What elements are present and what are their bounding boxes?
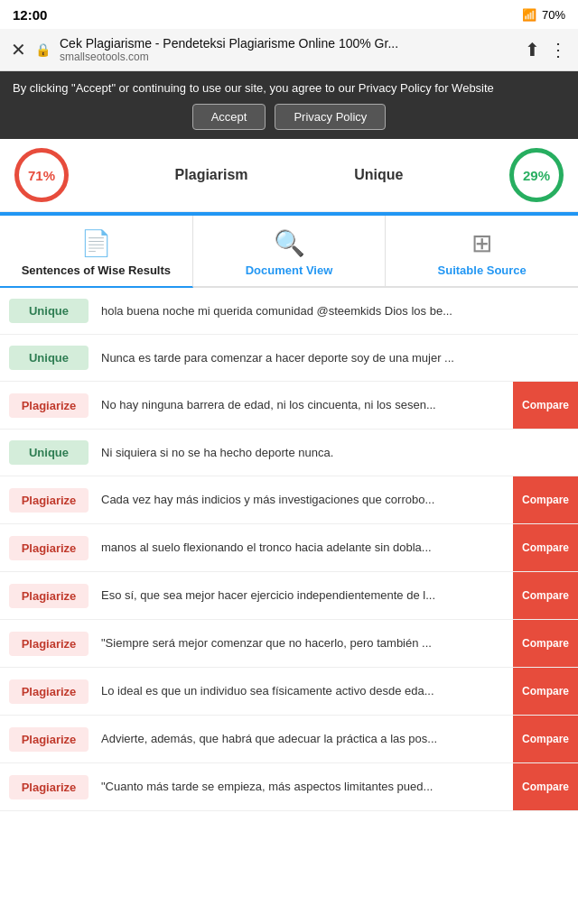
- sentence-row: PlagiarizeAdvierte, además, que habrá qu…: [0, 716, 578, 763]
- compare-button[interactable]: Compare: [513, 524, 578, 571]
- close-button[interactable]: ✕: [11, 39, 26, 60]
- sentence-text: hola buena noche mi querida comunidad @s…: [98, 296, 569, 327]
- tabs: 📄 Sentences of Wise Results 🔍 Document V…: [0, 216, 578, 288]
- tab-sentences-label: Sentences of Wise Results: [22, 263, 171, 277]
- sentences-icon: 📄: [80, 228, 112, 258]
- cookie-banner: By clicking "Accept" or continuing to us…: [0, 71, 578, 139]
- sentence-row: PlagiarizeCada vez hay más indicios y má…: [0, 476, 578, 524]
- cookie-text: By clicking "Accept" or continuing to us…: [13, 80, 565, 97]
- sentence-row: Plagiarize"Cuanto más tarde se empieza, …: [0, 763, 578, 811]
- sentence-row: Plagiarizemanos al suelo flexionando el …: [0, 524, 578, 572]
- sentence-text: Cada vez hay más indicios y más investig…: [98, 485, 513, 515]
- compare-button[interactable]: Compare: [513, 763, 578, 810]
- plagiarism-label: Plagiarism: [175, 167, 248, 183]
- wifi-icon: 📶: [522, 8, 536, 22]
- status-bar: 12:00 📶 70%: [0, 0, 578, 29]
- sentence-text: Eso sí, que sea mejor hacer ejercicio in…: [98, 580, 513, 611]
- sentence-row: UniqueNi siquiera si no se ha hecho depo…: [0, 430, 578, 476]
- sentence-row: Plagiarize"Siempre será mejor comenzar q…: [0, 620, 578, 668]
- sentence-text: manos al suelo flexionando el tronco hac…: [98, 532, 513, 563]
- sentence-badge-plagiarize: Plagiarize: [9, 584, 89, 608]
- compare-button[interactable]: Compare: [513, 668, 578, 715]
- sentence-text: "Cuanto más tarde se empieza, más aspect…: [98, 772, 513, 802]
- sentence-list: Uniquehola buena noche mi querida comuni…: [0, 288, 578, 811]
- compare-button[interactable]: Compare: [513, 620, 578, 667]
- unique-circle: 29%: [509, 148, 564, 202]
- sentence-badge-plagiarize: Plagiarize: [9, 679, 89, 704]
- sentence-text: Advierte, además, que habrá que adecuar …: [98, 724, 513, 754]
- sentence-badge-plagiarize: Plagiarize: [9, 727, 89, 752]
- unique-label: Unique: [354, 167, 403, 183]
- sentence-text: Nunca es tarde para comenzar a hacer dep…: [98, 343, 569, 374]
- accept-button[interactable]: Accept: [192, 104, 266, 130]
- sentence-text: Ni siquiera si no se ha hecho deporte nu…: [98, 438, 569, 468]
- sentence-badge-unique: Unique: [9, 346, 89, 370]
- compare-button[interactable]: Compare: [513, 716, 578, 762]
- plagiarism-header: 71% Plagiarism Unique 29%: [0, 139, 578, 212]
- tab-source-label: Suitable Source: [438, 263, 527, 277]
- tab-document-label: Document View: [246, 263, 333, 277]
- cookie-buttons: Accept Privacy Policy: [13, 104, 565, 130]
- status-time: 12:00: [13, 7, 47, 23]
- status-icons: 📶 70%: [522, 8, 565, 22]
- tab-sentences[interactable]: 📄 Sentences of Wise Results: [0, 216, 193, 288]
- sentence-row: PlagiarizeNo hay ninguna barrera de edad…: [0, 382, 578, 430]
- compare-button[interactable]: Compare: [513, 382, 578, 429]
- sentence-row: PlagiarizeLo ideal es que un individuo s…: [0, 668, 578, 716]
- sentence-badge-plagiarize: Plagiarize: [9, 775, 89, 799]
- lock-icon: 🔒: [35, 42, 51, 57]
- sentence-badge-unique: Unique: [9, 440, 89, 465]
- battery-indicator: 70%: [542, 8, 565, 22]
- menu-icon[interactable]: ⋮: [549, 39, 567, 60]
- compare-button[interactable]: Compare: [513, 572, 578, 619]
- url-domain: smallseotools.com: [60, 51, 516, 63]
- tab-source[interactable]: ⊞ Suitable Source: [386, 216, 578, 286]
- sentence-row: PlagiarizeEso sí, que sea mejor hacer ej…: [0, 572, 578, 620]
- sentence-badge-plagiarize: Plagiarize: [9, 488, 89, 513]
- sentence-text: No hay ninguna barrera de edad, ni los c…: [98, 390, 513, 420]
- sentence-text: "Siempre será mejor comenzar que no hace…: [98, 628, 513, 659]
- plagiarism-circle: 71%: [14, 148, 69, 202]
- privacy-policy-button[interactable]: Privacy Policy: [275, 104, 386, 130]
- source-icon: ⊞: [471, 228, 492, 258]
- sentence-badge-plagiarize: Plagiarize: [9, 632, 89, 656]
- sentence-badge-unique: Unique: [9, 299, 89, 323]
- browser-bar: ✕ 🔒 Cek Plagiarisme - Pendeteksi Plagiar…: [0, 29, 578, 71]
- tab-document[interactable]: 🔍 Document View: [193, 216, 387, 286]
- sentence-badge-plagiarize: Plagiarize: [9, 393, 89, 418]
- compare-button[interactable]: Compare: [513, 476, 578, 523]
- sentence-text: Lo ideal es que un individuo sea físicam…: [98, 676, 513, 707]
- sentence-badge-plagiarize: Plagiarize: [9, 536, 89, 560]
- document-icon: 🔍: [274, 228, 305, 258]
- sentence-row: Uniquehola buena noche mi querida comuni…: [0, 288, 578, 335]
- sentence-row: UniqueNunca es tarde para comenzar a hac…: [0, 335, 578, 382]
- share-icon[interactable]: ⬆: [525, 39, 540, 60]
- url-area: Cek Plagiarisme - Pendeteksi Plagiarisme…: [60, 36, 516, 63]
- page-title: Cek Plagiarisme - Pendeteksi Plagiarisme…: [60, 36, 516, 51]
